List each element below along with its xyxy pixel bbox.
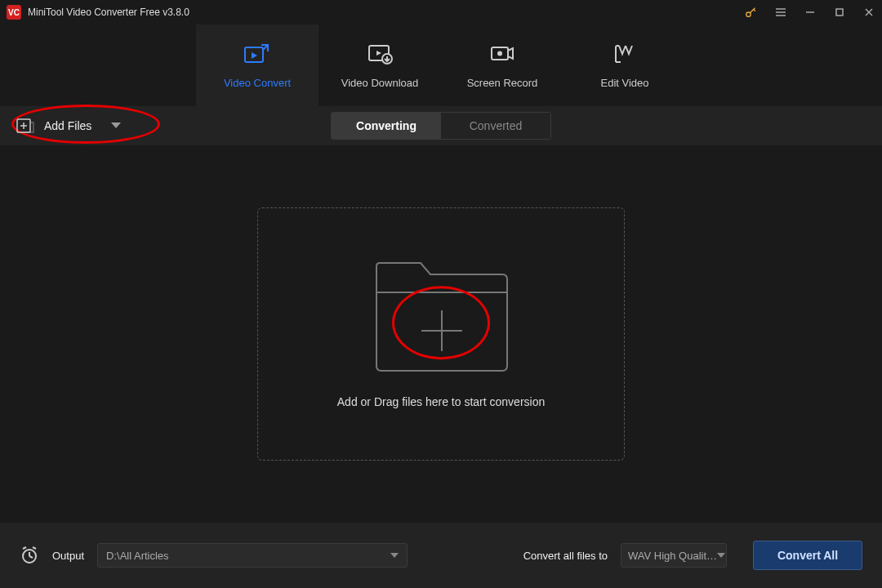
key-icon[interactable] (745, 6, 758, 19)
svg-line-2 (754, 9, 755, 11)
window-actions (745, 6, 875, 19)
titlebar: VC MiniTool Video Converter Free v3.8.0 (0, 0, 882, 24)
svg-marker-11 (252, 52, 257, 59)
output-format-value: WAV High Qualit… (628, 550, 717, 562)
output-path-select[interactable]: D:\All Articles (97, 543, 408, 568)
add-file-icon (16, 118, 34, 133)
dropzone-text: Add or Drag files here to start conversi… (337, 395, 545, 408)
svg-marker-17 (508, 48, 513, 59)
svg-marker-13 (376, 51, 381, 56)
download-icon (366, 42, 394, 65)
svg-line-30 (23, 547, 26, 549)
folder-plus-icon (372, 260, 510, 374)
convert-all-button[interactable]: Convert All (753, 541, 862, 570)
toolbar: Add Files Converting Converted (0, 106, 882, 145)
svg-marker-23 (111, 122, 121, 128)
convert-all-label: Convert all files to (523, 550, 608, 562)
tab-label: Edit Video (600, 77, 648, 89)
output-label: Output (52, 550, 84, 562)
app-logo: VC (7, 5, 21, 20)
subtab-converted[interactable]: Converted (441, 113, 550, 139)
svg-point-0 (746, 12, 751, 16)
svg-line-29 (29, 556, 33, 558)
svg-line-31 (33, 547, 36, 549)
subtab-converting[interactable]: Converting (332, 113, 441, 139)
app-title: MiniTool Video Converter Free v3.8.0 (28, 7, 189, 18)
minimize-icon[interactable] (804, 6, 817, 19)
tab-label: Video Convert (224, 77, 291, 89)
maximize-icon[interactable] (833, 6, 846, 19)
clock-icon[interactable] (20, 546, 39, 565)
record-icon (488, 42, 516, 65)
svg-point-18 (497, 51, 502, 56)
chevron-down-icon (717, 553, 725, 558)
close-icon[interactable] (862, 6, 875, 19)
tab-label: Screen Record (467, 77, 538, 89)
svg-marker-33 (717, 553, 725, 558)
menu-icon[interactable] (774, 6, 787, 19)
chevron-down-icon[interactable] (111, 122, 121, 129)
tab-edit-video[interactable]: Edit Video (564, 24, 686, 106)
main-area: Add or Drag files here to start conversi… (0, 145, 882, 523)
subtabs: Converting Converted (331, 112, 551, 140)
footer: Output D:\All Articles Convert all files… (0, 523, 882, 588)
tab-screen-record[interactable]: Screen Record (441, 24, 564, 106)
convert-icon (243, 42, 271, 65)
tab-video-download[interactable]: Video Download (318, 24, 441, 106)
add-files-label: Add Files (44, 119, 91, 132)
tab-label: Video Download (341, 77, 418, 89)
svg-marker-32 (390, 553, 399, 558)
add-files-button[interactable]: Add Files (16, 118, 121, 133)
output-path-value: D:\All Articles (106, 550, 169, 562)
output-format-select[interactable]: WAV High Qualit… (621, 543, 727, 568)
dropzone[interactable]: Add or Drag files here to start conversi… (257, 207, 625, 461)
main-nav: Video Convert Video Download Screen Reco… (0, 24, 882, 106)
chevron-down-icon (390, 553, 399, 558)
edit-icon (611, 42, 639, 65)
tab-video-convert[interactable]: Video Convert (196, 24, 318, 106)
svg-rect-7 (836, 9, 843, 16)
